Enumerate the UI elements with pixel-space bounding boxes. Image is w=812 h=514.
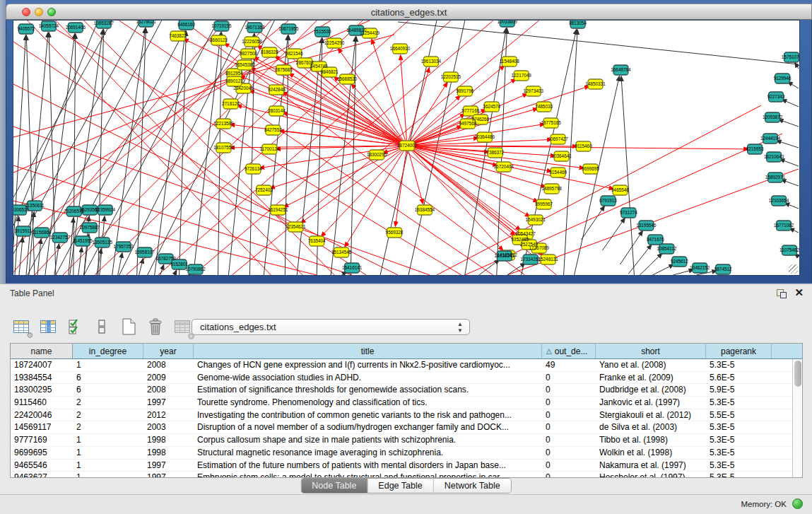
cell-out-de-[interactable]: 0 <box>542 472 596 477</box>
cell-year[interactable]: 1998 <box>143 447 194 459</box>
graph-edge[interactable] <box>784 203 799 209</box>
graph-edge-line[interactable] <box>148 21 275 275</box>
network-window-titlebar[interactable]: citations_edges.txt <box>6 4 812 20</box>
graph-edge[interactable] <box>301 146 407 223</box>
graph-edge[interactable] <box>26 33 48 275</box>
graph-edge[interactable] <box>603 218 625 250</box>
graph-edge[interactable] <box>673 269 693 275</box>
cell-short[interactable]: Hescheler et al. (1997) <box>596 472 706 477</box>
table-row[interactable]: 2242004622012Investigating the contribut… <box>11 409 792 422</box>
table-row[interactable]: 1938455462009Genome-wide association stu… <box>11 372 792 385</box>
cell-short[interactable]: Wolkin et al. (1998) <box>596 447 706 459</box>
cell-in-degree[interactable]: 1 <box>73 460 143 472</box>
cell-name[interactable]: 9777169 <box>11 434 73 446</box>
cell-in-degree[interactable]: 2 <box>73 409 143 421</box>
cell-year[interactable]: 2008 <box>143 359 194 371</box>
graph-edge[interactable] <box>782 180 799 186</box>
graph-edge[interactable] <box>160 265 164 275</box>
graph-edge-line[interactable] <box>13 21 112 197</box>
column-header-short[interactable]: short <box>596 344 706 358</box>
graph-edge[interactable] <box>175 270 177 275</box>
cell-pagerank[interactable]: 5.3E-5 <box>706 472 772 477</box>
cell-name[interactable]: 18300295 <box>11 384 73 396</box>
table-row[interactable]: 946362711997Embryonic stem cells: a mode… <box>11 472 792 477</box>
cell-title[interactable]: Embryonic stem cells: a model to study s… <box>194 472 542 477</box>
graph-edge-line[interactable] <box>398 22 799 64</box>
graph-edge[interactable] <box>652 264 673 275</box>
graph-edge[interactable] <box>779 159 799 166</box>
cell-pagerank[interactable]: 5.5E-5 <box>706 409 772 421</box>
cell-out-de-[interactable]: 0 <box>542 460 596 472</box>
cell-title[interactable]: Disruption of a novel member of a sodium… <box>194 421 542 433</box>
cell-pagerank[interactable]: 5.3E-5 <box>706 460 772 472</box>
cell-name[interactable]: 22420046 <box>11 409 73 421</box>
cell-title[interactable]: Genome-wide association studies in ADHD. <box>194 372 542 384</box>
cell-title[interactable]: Estimation of the future numbers of pati… <box>194 460 542 472</box>
cell-pagerank[interactable]: 5.3E-5 <box>706 421 772 433</box>
cell-year[interactable]: 1998 <box>143 434 194 446</box>
graph-edge[interactable] <box>582 206 605 240</box>
graph-edge[interactable] <box>777 141 799 148</box>
cell-short[interactable]: Franke et al. (2009) <box>596 372 706 384</box>
table-row[interactable]: 1872400712008Changes of HCN gene express… <box>11 359 792 372</box>
cell-pagerank[interactable]: 5.3E-5 <box>706 434 772 446</box>
table-row[interactable]: 977716911998Corpus callosum shape and si… <box>11 434 792 447</box>
tab-node-table[interactable]: Node Table <box>301 479 367 493</box>
cell-in-degree[interactable]: 1 <box>73 472 143 477</box>
delete-table-button[interactable] <box>146 317 165 337</box>
cell-out-de-[interactable]: 0 <box>542 434 596 446</box>
cell-name[interactable]: 18724007 <box>11 359 73 371</box>
tab-edge-table[interactable]: Edge Table <box>367 479 433 493</box>
cell-name[interactable]: 9463627 <box>11 472 73 477</box>
table-settings-button[interactable]: ⚙ <box>11 317 30 337</box>
cell-short[interactable]: Stergiakouli et al. (2012) <box>596 409 706 421</box>
table-row[interactable]: 911546021997Tourette syndrome. Phenomeno… <box>11 397 792 409</box>
network-canvas[interactable]: 1872400774638228660123122260589827508818… <box>13 20 800 276</box>
table-row[interactable]: 1830029562008Estimation of significance … <box>11 384 792 397</box>
column-header-in-degree[interactable]: in_degree <box>73 344 143 358</box>
cell-in-degree[interactable]: 1 <box>73 434 143 446</box>
graph-edge[interactable] <box>194 33 221 275</box>
column-header-out-de-[interactable]: △out_de... <box>542 344 596 358</box>
cell-short[interactable]: Jankovic et al. (1997) <box>596 397 706 409</box>
graph-edge[interactable] <box>118 253 122 275</box>
table-row[interactable]: 946554611997Estimation of the future num… <box>11 460 792 472</box>
graph-edge-line[interactable] <box>437 105 761 275</box>
cell-pagerank[interactable]: 5.3E-5 <box>706 359 772 371</box>
cell-pagerank[interactable]: 5.3E-5 <box>706 447 772 459</box>
graph-edge[interactable] <box>249 90 407 146</box>
cell-in-degree[interactable]: 1 <box>73 447 143 459</box>
table-row[interactable]: 969969511998Structural magnetic resonanc… <box>11 447 792 460</box>
column-header-name[interactable]: name <box>11 344 73 358</box>
graph-edge[interactable] <box>155 31 186 275</box>
cell-name[interactable]: 14569117 <box>11 421 73 433</box>
cell-out-de-[interactable]: 0 <box>542 397 596 409</box>
cell-out-de-[interactable]: 0 <box>542 447 596 459</box>
cell-pagerank[interactable]: 5.3E-5 <box>706 397 772 409</box>
cell-out-de-[interactable]: 0 <box>542 384 596 396</box>
column-header-pagerank[interactable]: pagerank <box>706 344 772 358</box>
graph-edge[interactable] <box>621 76 634 275</box>
cell-pagerank[interactable]: 5.9E-5 <box>706 384 772 396</box>
cell-title[interactable]: Changes of HCN gene expression and I(f) … <box>194 359 542 371</box>
cell-title[interactable]: Corpus callosum shape and size in male p… <box>194 434 542 446</box>
graph-edge[interactable] <box>628 245 651 274</box>
graph-edge[interactable] <box>575 76 620 275</box>
graph-edge[interactable] <box>795 63 799 69</box>
cell-out-de-[interactable]: 49 <box>542 359 596 371</box>
cell-year[interactable]: 1997 <box>143 472 194 477</box>
cell-short[interactable]: Nakamura et al. (1997) <box>596 460 706 472</box>
cell-name[interactable]: 9465546 <box>11 460 73 472</box>
cell-title[interactable]: Estimation of significance thresholds fo… <box>194 384 542 396</box>
graph-edge[interactable] <box>112 28 146 275</box>
table-row[interactable]: 1456911722003Disruption of a novel membe… <box>11 421 792 434</box>
graph-edge[interactable] <box>351 84 407 146</box>
merge-button[interactable] <box>92 317 111 337</box>
graph-edge[interactable] <box>779 119 799 127</box>
graph-edge[interactable] <box>218 33 221 275</box>
cell-short[interactable]: Yano et al. (2008) <box>596 359 706 371</box>
cell-out-de-[interactable]: 0 <box>542 421 596 433</box>
cell-title[interactable]: Tourette syndrome. Phenomenology and cla… <box>194 397 542 409</box>
close-panel-icon[interactable]: ✕ <box>794 286 804 299</box>
cell-in-degree[interactable]: 6 <box>73 384 143 396</box>
